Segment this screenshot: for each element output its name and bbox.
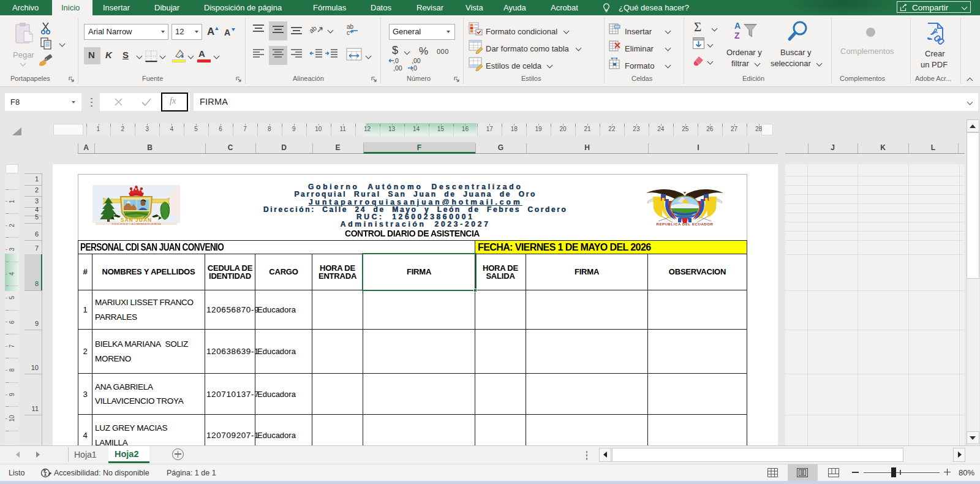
- svg-text:SAN JUAN: SAN JUAN: [121, 217, 152, 223]
- svg-text:ab: ab: [309, 24, 318, 34]
- svg-text:Z: Z: [734, 31, 740, 40]
- svg-text:REPUBLICA DEL ECUADOR: REPUBLICA DEL ECUADOR: [657, 222, 714, 226]
- svg-text:c: c: [347, 29, 350, 36]
- svg-text:A: A: [734, 21, 741, 31]
- svg-text:POR EL HONOR Y LA SOBERANIA DE: POR EL HONOR Y LA SOBERANIA DE LA PATRIA: [111, 223, 161, 225]
